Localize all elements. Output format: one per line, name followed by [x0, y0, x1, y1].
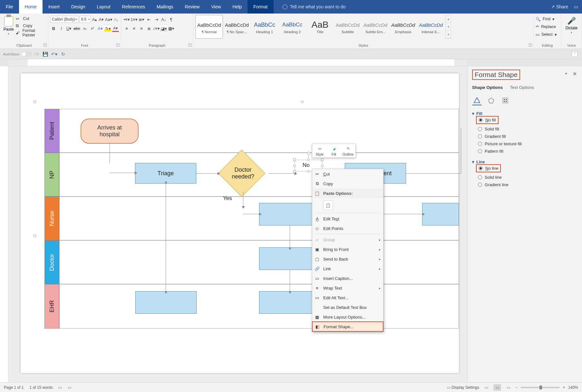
- font-name-combo[interactable]: Calibri (Body)▾: [50, 16, 78, 23]
- style-intense-emphasis[interactable]: AaBbCcDdIntense E...: [417, 15, 445, 39]
- bold-button[interactable]: B: [50, 25, 57, 32]
- ctx-wrap-text[interactable]: ≡Wrap Text▸: [312, 283, 383, 293]
- style-subtitle[interactable]: AaBbCcDdSubtitle: [334, 15, 362, 39]
- style-heading1[interactable]: AaBbCcHeading 1: [251, 15, 278, 39]
- shape-arrives-at-hospital[interactable]: Arrives athospital: [81, 119, 139, 144]
- comments-icon[interactable]: ▭: [574, 4, 578, 9]
- tab-insert[interactable]: Insert: [43, 0, 65, 14]
- shape-ehr-process-1[interactable]: [135, 291, 197, 314]
- shape-yes-label[interactable]: Yes: [223, 195, 232, 202]
- align-center-button[interactable]: ≡: [131, 25, 138, 32]
- tab-mailings[interactable]: Mailings: [151, 0, 179, 14]
- ctx-format-shape[interactable]: ◧Format Shape...: [312, 322, 383, 331]
- align-left-button[interactable]: ≡: [123, 25, 130, 32]
- clipboard-dialog-launcher[interactable]: [44, 43, 47, 47]
- line-spacing-button[interactable]: ↕≡▾: [153, 25, 160, 32]
- ctx-bring-to-front[interactable]: ▣Bring to Front▸: [312, 244, 383, 254]
- style-normal[interactable]: AaBbCcDd¶ Normal: [195, 15, 223, 39]
- selection-handle[interactable]: [34, 100, 36, 103]
- pane-close-button[interactable]: ✕: [573, 71, 577, 77]
- status-words[interactable]: 1 of 15 words: [29, 385, 53, 390]
- page-canvas[interactable]: Patient NP Nurse Doctor EHR Arrives atho…: [21, 73, 459, 373]
- change-case-button[interactable]: Aa▾: [105, 16, 112, 23]
- horizontal-ruler[interactable]: [8, 59, 467, 66]
- tab-format[interactable]: Format: [247, 0, 273, 14]
- collapse-ribbon-button[interactable]: ˅: [572, 51, 577, 57]
- connector[interactable]: [290, 225, 290, 247]
- lane-label-doctor[interactable]: Doctor: [44, 240, 59, 284]
- show-marks-button[interactable]: ¶: [168, 16, 175, 23]
- connector[interactable]: [269, 173, 295, 174]
- connector[interactable]: [243, 214, 259, 214]
- paste-button[interactable]: Paste ▾: [2, 15, 15, 39]
- connector[interactable]: [243, 192, 243, 206]
- replace-button[interactable]: ᵃᵇReplace: [536, 23, 559, 30]
- tab-review[interactable]: Review: [179, 0, 206, 14]
- tell-me-search[interactable]: Tell me what you want to do: [283, 4, 346, 9]
- connector[interactable]: [290, 270, 290, 291]
- share-button[interactable]: ↗ Share: [551, 4, 568, 9]
- clear-formatting-button[interactable]: Aᵪ: [113, 16, 119, 23]
- sort-button[interactable]: A↓: [160, 16, 167, 23]
- status-spellcheck-icon[interactable]: ▭: [58, 385, 62, 390]
- section-fill-toggle[interactable]: ▾Fill: [472, 111, 577, 116]
- mini-outline-button[interactable]: ✎Outline: [342, 145, 354, 156]
- ctx-copy[interactable]: ⧉Copy: [312, 179, 383, 188]
- styles-dialog-launcher[interactable]: [529, 43, 532, 47]
- connector[interactable]: [110, 173, 135, 173]
- lane-label-np[interactable]: NP: [44, 153, 59, 196]
- view-web-layout[interactable]: ▭: [504, 384, 512, 391]
- zoom-out-button[interactable]: −: [515, 385, 518, 390]
- italic-button[interactable]: I: [58, 25, 65, 32]
- style-heading2[interactable]: AaBbCcHeading 2: [278, 15, 306, 39]
- pane-tab-shape-options[interactable]: Shape Options: [472, 85, 503, 91]
- ctx-edit-alt-text[interactable]: ▭Edit Alt Text...: [312, 293, 383, 302]
- styles-expand[interactable]: ▴▾▾: [445, 15, 451, 39]
- pane-icon-fill-line[interactable]: [472, 96, 482, 105]
- pane-icon-effects[interactable]: [486, 96, 496, 105]
- shape-triage[interactable]: Triage: [135, 163, 196, 184]
- select-button[interactable]: ▭Select ▾: [536, 31, 559, 38]
- align-right-button[interactable]: ≡: [138, 25, 145, 32]
- styles-gallery[interactable]: AaBbCcDd¶ Normal AaBbCcDd¶ No Spac... Aa…: [195, 15, 531, 39]
- selection-handle[interactable]: [34, 234, 36, 237]
- pane-icon-size-properties[interactable]: [500, 96, 510, 105]
- mini-style-button[interactable]: ▭Style: [314, 145, 326, 156]
- justify-button[interactable]: ≣: [145, 25, 152, 32]
- copy-button[interactable]: ⧉Copy: [16, 23, 46, 29]
- shading-button[interactable]: ◪▾: [160, 25, 167, 32]
- ctx-link[interactable]: 🔗Link▸: [312, 264, 383, 273]
- connector[interactable]: [461, 128, 461, 173]
- radio-gradient-line[interactable]: Gradient line: [478, 182, 577, 187]
- undo-button[interactable]: ↶▾: [51, 51, 57, 57]
- radio-no-line[interactable]: No line: [479, 166, 498, 171]
- subscript-button[interactable]: x₂: [82, 25, 88, 32]
- tab-references[interactable]: References: [116, 0, 151, 14]
- dictate-button[interactable]: 🎤 Dictate ▾: [566, 17, 577, 34]
- tab-help[interactable]: Help: [227, 0, 248, 14]
- shape-ehr-process-2[interactable]: [259, 291, 320, 314]
- strikethrough-button[interactable]: abc: [73, 25, 81, 32]
- shape-nurse-process-2[interactable]: [422, 203, 459, 225]
- tab-file[interactable]: File: [0, 0, 19, 14]
- increase-indent-button[interactable]: ⇥: [153, 16, 160, 23]
- shape-doctor-needed[interactable]: Doctorneeded?: [217, 155, 269, 192]
- multilevel-button[interactable]: ≣▾: [138, 16, 145, 23]
- bullets-button[interactable]: •≡▾: [123, 16, 130, 23]
- display-settings-button[interactable]: ▭ Display Settings: [447, 385, 479, 390]
- ctx-set-default-textbox[interactable]: Set as Default Text Box: [312, 302, 383, 312]
- save-button[interactable]: 💾: [42, 51, 48, 57]
- cut-button[interactable]: ✂Cut: [16, 15, 46, 22]
- document-area[interactable]: Patient NP Nurse Doctor EHR Arrives atho…: [8, 66, 467, 382]
- pane-options-dropdown[interactable]: ▾: [565, 72, 567, 76]
- grow-font-button[interactable]: A▴: [92, 16, 98, 23]
- zoom-slider[interactable]: [521, 387, 559, 388]
- view-read-mode[interactable]: ▭: [482, 384, 490, 391]
- connector[interactable]: [196, 173, 218, 174]
- find-button[interactable]: 🔍Find ▾: [536, 15, 559, 23]
- shape-doctor-process[interactable]: [259, 247, 320, 270]
- style-title[interactable]: AaBTitle: [306, 15, 334, 39]
- rotate-handle[interactable]: [307, 152, 310, 155]
- status-page[interactable]: Page 1 of 1: [4, 385, 24, 390]
- connector[interactable]: [383, 214, 422, 214]
